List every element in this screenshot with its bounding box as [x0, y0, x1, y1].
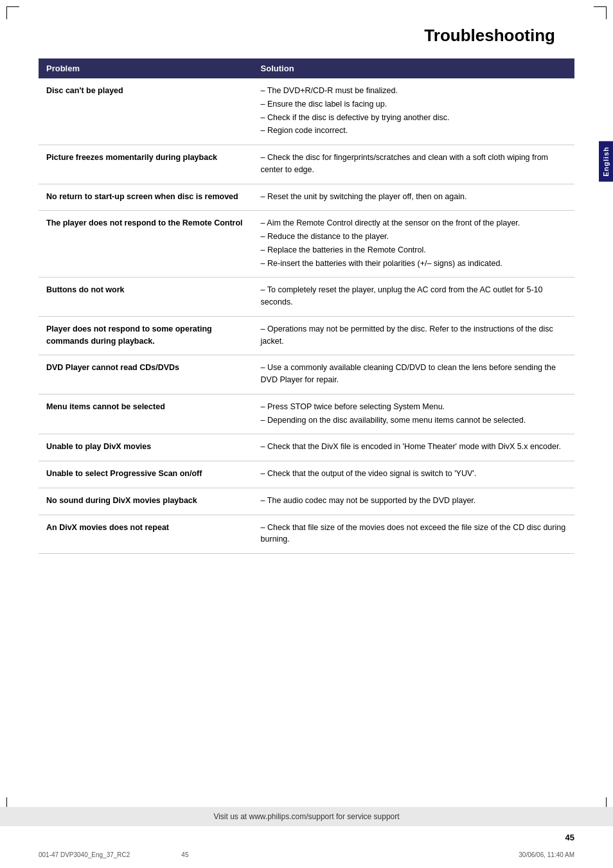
solution-item: Check the disc for fingerprints/scratche… — [261, 152, 567, 176]
solution-list: The audio codec may not be supported by … — [261, 495, 567, 507]
problem-cell: No sound during DivX movies playback — [39, 488, 253, 515]
page-title: Troubleshooting — [39, 26, 574, 46]
solution-item: Reset the unit by switching the player o… — [261, 191, 567, 203]
solution-item: Check that file size of the movies does … — [261, 522, 567, 546]
table-row: No return to start-up screen when disc i… — [39, 184, 574, 211]
solution-item: Press STOP twice before selecting System… — [261, 401, 567, 413]
solution-cell: Press STOP twice before selecting System… — [253, 394, 574, 434]
table-header-solution: Solution — [253, 58, 574, 78]
solution-cell: Reset the unit by switching the player o… — [253, 184, 574, 211]
footer-bar: Visit us at www.philips.com/support for … — [0, 807, 613, 826]
problem-cell: An DivX movies does not repeat — [39, 515, 253, 554]
solution-cell: Check the disc for fingerprints/scratche… — [253, 145, 574, 184]
solution-list: The DVD+R/CD-R must be finalized.Ensure … — [261, 85, 567, 137]
table-row: Unable to select Progressive Scan on/off… — [39, 461, 574, 488]
table-row: Picture freezes momentarily during playb… — [39, 145, 574, 184]
solution-list: Check the disc for fingerprints/scratche… — [261, 152, 567, 176]
solution-item: Check that the output of the video signa… — [261, 468, 567, 480]
solution-item: Re-insert the batteries with their polar… — [261, 258, 567, 270]
solution-cell: The DVD+R/CD-R must be finalized.Ensure … — [253, 78, 574, 145]
problem-cell: The player does not respond to the Remot… — [39, 211, 253, 278]
problem-cell: No return to start-up screen when disc i… — [39, 184, 253, 211]
solution-list: To completely reset the player, unplug t… — [261, 284, 567, 308]
solution-cell: Use a commonly available cleaning CD/DVD… — [253, 355, 574, 394]
solution-list: Aim the Remote Control directly at the s… — [261, 217, 567, 269]
solution-item: Check that the DivX file is encoded in '… — [261, 441, 567, 453]
corner-mark-tr — [594, 6, 607, 19]
problem-cell: Unable to select Progressive Scan on/off — [39, 461, 253, 488]
solution-item: Region code incorrect. — [261, 125, 567, 137]
problem-cell: Player does not respond to some operatin… — [39, 316, 253, 355]
solution-cell: The audio codec may not be supported by … — [253, 488, 574, 515]
solution-list: Reset the unit by switching the player o… — [261, 191, 567, 203]
solution-item: Ensure the disc label is facing up. — [261, 98, 567, 111]
solution-list: Press STOP twice before selecting System… — [261, 401, 567, 427]
solution-cell: Check that the output of the video signa… — [253, 461, 574, 488]
english-tab: English — [599, 141, 613, 182]
solution-item: Replace the batteries in the Remote Cont… — [261, 244, 567, 256]
table-row: No sound during DivX movies playbackThe … — [39, 488, 574, 515]
table-row: Player does not respond to some operatin… — [39, 316, 574, 355]
troubleshoot-table: Problem Solution Disc can't be playedThe… — [39, 58, 574, 554]
solution-cell: Check that file size of the movies does … — [253, 515, 574, 554]
solution-item: Check if the disc is defective by trying… — [261, 112, 567, 124]
table-row: Unable to play DivX moviesCheck that the… — [39, 434, 574, 461]
solution-cell: Operations may not be permitted by the d… — [253, 316, 574, 355]
table-row: Disc can't be playedThe DVD+R/CD-R must … — [39, 78, 574, 145]
table-row: The player does not respond to the Remot… — [39, 211, 574, 278]
solution-item: To completely reset the player, unplug t… — [261, 284, 567, 308]
footer-text: Visit us at www.philips.com/support for … — [213, 812, 399, 821]
page-container: English Troubleshooting Problem Solution… — [0, 0, 613, 868]
print-info-right: 30/06/06, 11:40 AM — [519, 851, 574, 858]
table-header-problem: Problem — [39, 58, 253, 78]
solution-list: Check that file size of the movies does … — [261, 522, 567, 546]
solution-list: Check that the DivX file is encoded in '… — [261, 441, 567, 453]
table-row: An DivX movies does not repeatCheck that… — [39, 515, 574, 554]
solution-cell: To completely reset the player, unplug t… — [253, 278, 574, 317]
solution-list: Use a commonly available cleaning CD/DVD… — [261, 362, 567, 386]
solution-item: Aim the Remote Control directly at the s… — [261, 217, 567, 229]
solution-item: The audio codec may not be supported by … — [261, 495, 567, 507]
problem-cell: Buttons do not work — [39, 278, 253, 317]
solution-item: Operations may not be permitted by the d… — [261, 323, 567, 348]
solution-item: Use a commonly available cleaning CD/DVD… — [261, 362, 567, 386]
problem-cell: Disc can't be played — [39, 78, 253, 145]
solution-item: Depending on the disc availability, some… — [261, 414, 567, 427]
table-row: Menu items cannot be selectedPress STOP … — [39, 394, 574, 434]
solution-cell: Check that the DivX file is encoded in '… — [253, 434, 574, 461]
page-number: 45 — [565, 833, 574, 842]
solution-item: The DVD+R/CD-R must be finalized. — [261, 85, 567, 97]
problem-cell: Menu items cannot be selected — [39, 394, 253, 434]
solution-cell: Aim the Remote Control directly at the s… — [253, 211, 574, 278]
table-row: Buttons do not workTo completely reset t… — [39, 278, 574, 317]
corner-mark-tl — [6, 6, 19, 19]
solution-item: Reduce the distance to the player. — [261, 231, 567, 243]
problem-cell: Picture freezes momentarily during playb… — [39, 145, 253, 184]
solution-list: Check that the output of the video signa… — [261, 468, 567, 480]
table-row: DVD Player cannot read CDs/DVDsUse a com… — [39, 355, 574, 394]
problem-cell: Unable to play DivX movies — [39, 434, 253, 461]
print-info-left: 001-47 DVP3040_Eng_37_RC2 — [39, 851, 130, 858]
print-info-middle: 45 — [181, 851, 188, 858]
solution-list: Operations may not be permitted by the d… — [261, 323, 567, 348]
problem-cell: DVD Player cannot read CDs/DVDs — [39, 355, 253, 394]
print-info: 001-47 DVP3040_Eng_37_RC2 45 — [39, 851, 188, 858]
